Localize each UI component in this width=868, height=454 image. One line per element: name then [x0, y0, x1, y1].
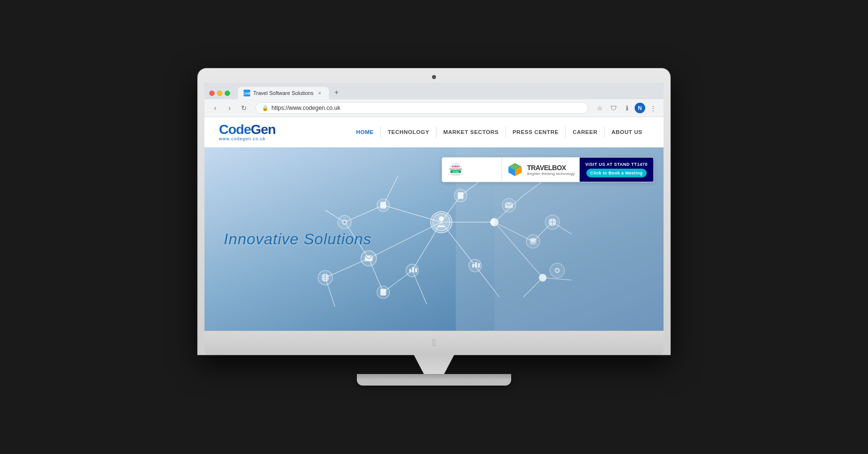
lock-icon: 🔒	[262, 105, 269, 111]
travelbox-info: TRAVELBOX Brighter thinking technology	[527, 164, 575, 176]
event-banner: arabian travel market DUBAI Sun 28 April…	[442, 157, 654, 182]
nav-career[interactable]: CAREER	[566, 126, 605, 138]
svg-point-44	[343, 221, 346, 224]
nav-market-sectors[interactable]: MARKET SECTORS	[436, 126, 506, 138]
reload-button[interactable]: ↻	[238, 102, 250, 114]
url-text: https://www.codegen.co.uk	[271, 105, 582, 111]
svg-rect-59	[475, 262, 477, 267]
svg-point-28	[433, 214, 450, 231]
logo-text: CodeGen	[219, 123, 275, 136]
svg-rect-58	[472, 264, 474, 267]
svg-text:arabian: arabian	[452, 165, 460, 168]
svg-text:travel market: travel market	[450, 168, 462, 170]
site-logo[interactable]: CodeGen www.codegen.co.uk	[219, 123, 275, 141]
monitor-stand-neck	[400, 355, 468, 374]
svg-point-29	[439, 216, 444, 221]
tab-close-button[interactable]: ×	[316, 90, 323, 96]
imac-monitor: Code Travel Software Solutions × + ‹ › ↻…	[198, 68, 670, 386]
apple-logo-icon: 	[432, 337, 435, 348]
nav-about-us[interactable]: ABOUT US	[605, 126, 649, 138]
event-visit-section: VISIT US AT STAND TT1470 Click to Book a…	[580, 158, 653, 182]
travelbox-tagline: Brighter thinking technology	[527, 172, 575, 176]
address-bar[interactable]: 🔒 https://www.codegen.co.uk	[256, 102, 588, 114]
nav-home[interactable]: HOME	[349, 126, 381, 138]
svg-text:DUBAI: DUBAI	[453, 171, 459, 173]
logo-url: www.codegen.co.uk	[219, 136, 275, 141]
nav-press-centre[interactable]: PRESS CENTRE	[506, 126, 566, 138]
monitor-bottom-bezel: 	[204, 331, 664, 355]
maximize-window-button[interactable]	[225, 91, 230, 96]
monitor-bezel: Code Travel Software Solutions × + ‹ › ↻…	[198, 68, 670, 355]
browser-toolbar: ‹ › ↻ 🔒 https://www.codegen.co.uk ☆ 🛡 ℹ …	[204, 99, 664, 117]
forward-button[interactable]: ›	[224, 102, 235, 114]
website-content: CodeGen www.codegen.co.uk HOME TECHNOLOG…	[204, 117, 664, 331]
svg-rect-56	[415, 268, 417, 272]
tab-bar: Code Travel Software Solutions × +	[238, 87, 659, 99]
menu-button[interactable]: ⋮	[647, 102, 659, 114]
toolbar-actions: ☆ 🛡 ℹ N ⋮	[594, 102, 659, 114]
profile-button[interactable]: N	[635, 103, 645, 113]
screen-bezel: Code Travel Software Solutions × + ‹ › ↻…	[204, 83, 664, 331]
hero-section: Innovative Solutions arabian travel mark…	[204, 147, 664, 331]
back-button[interactable]: ‹	[209, 102, 221, 114]
tab-favicon: Code	[244, 90, 250, 96]
close-window-button[interactable]	[209, 91, 215, 96]
tab-title: Travel Software Solutions	[253, 90, 313, 96]
browser-tab-active[interactable]: Code Travel Software Solutions ×	[238, 87, 329, 99]
travelbox-name: TRAVELBOX	[527, 164, 575, 172]
svg-rect-33	[380, 202, 386, 209]
monitor-stand-base	[357, 374, 511, 386]
atm-section: arabian travel market DUBAI Sun 28 April…	[442, 158, 502, 182]
minimize-window-button[interactable]	[217, 91, 222, 96]
nav-technology[interactable]: TECHNOLOGY	[381, 126, 436, 138]
svg-rect-60	[478, 263, 480, 267]
atm-logo-icon: arabian travel market DUBAI Sun 28 April…	[448, 162, 463, 177]
nav-links: HOME TECHNOLOGY MARKET SECTORS PRESS CEN…	[349, 126, 649, 138]
book-meeting-button[interactable]: Click to Book a Meeting	[586, 169, 646, 177]
site-navigation: CodeGen www.codegen.co.uk HOME TECHNOLOG…	[204, 117, 664, 147]
svg-rect-62	[380, 289, 386, 295]
traffic-lights	[209, 91, 230, 96]
webcam	[432, 75, 436, 79]
visit-stand-text: VISIT US AT STAND TT1470	[585, 162, 648, 167]
svg-rect-35	[458, 192, 463, 199]
svg-rect-54	[409, 269, 411, 272]
travelbox-cube-icon	[507, 161, 523, 178]
travelbox-section: TRAVELBOX Brighter thinking technology	[502, 158, 580, 182]
svg-rect-55	[412, 267, 414, 272]
new-tab-button[interactable]: +	[331, 87, 342, 98]
browser-window: Code Travel Software Solutions × + ‹ › ↻…	[204, 83, 664, 117]
browser-title-bar: Code Travel Software Solutions × +	[204, 83, 664, 99]
shield-button[interactable]: 🛡	[608, 102, 619, 114]
bookmark-star-button[interactable]: ☆	[594, 102, 606, 114]
info-button[interactable]: ℹ	[621, 102, 633, 114]
hero-tagline: Innovative Solutions	[224, 230, 371, 248]
